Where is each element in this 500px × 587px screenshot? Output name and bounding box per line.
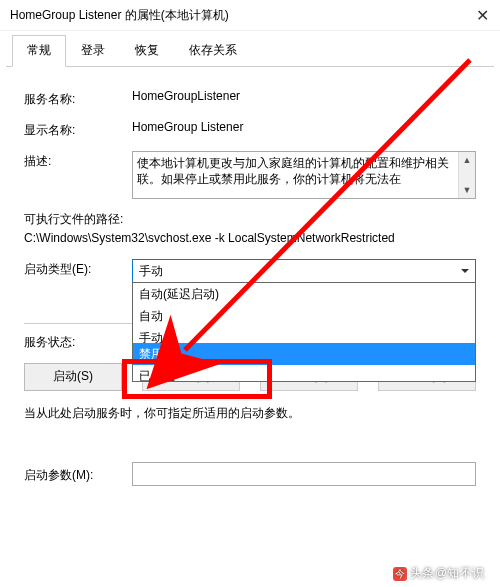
option-disabled[interactable]: 禁用 (133, 343, 475, 365)
tab-logon[interactable]: 登录 (66, 35, 120, 66)
description-text: 使本地计算机更改与加入家庭组的计算机的配置和维护相关联。如果停止或禁用此服务，你… (137, 156, 449, 186)
tab-content-general: 服务名称: HomeGroupListener 显示名称: HomeGroup … (0, 67, 500, 492)
option-manual[interactable]: 手动 (133, 327, 475, 343)
scrollbar[interactable]: ▲ ▼ (458, 152, 475, 198)
close-icon[interactable]: ✕ (472, 6, 492, 25)
description-textbox[interactable]: 使本地计算机更改与加入家庭组的计算机的配置和维护相关联。如果停止或禁用此服务，你… (132, 151, 476, 199)
label-exe-path: 可执行文件的路径: (24, 211, 476, 228)
tab-dependencies[interactable]: 依存关系 (174, 35, 252, 66)
watermark: 今头条@知不识 (390, 564, 488, 583)
value-exe-path: C:\Windows\System32\svchost.exe -k Local… (24, 231, 476, 245)
option-cutoff[interactable]: 已停止 (133, 365, 475, 381)
startup-type-dropdown[interactable]: 自动(延迟启动) 自动 手动 禁用 已停止 (132, 282, 476, 382)
hint-text: 当从此处启动服务时，你可指定所适用的启动参数。 (24, 405, 476, 422)
window-title: HomeGroup Listener 的属性(本地计算机) (10, 7, 229, 24)
label-description: 描述: (24, 151, 132, 170)
tab-strip: 常规 登录 恢复 依存关系 (6, 31, 494, 67)
combo-selected-value[interactable]: 手动 (132, 259, 476, 283)
tab-recovery[interactable]: 恢复 (120, 35, 174, 66)
label-start-params: 启动参数(M): (24, 465, 132, 484)
tab-general[interactable]: 常规 (12, 35, 66, 67)
scroll-up-icon[interactable]: ▲ (463, 152, 472, 168)
label-service-name: 服务名称: (24, 89, 132, 108)
value-service-name: HomeGroupListener (132, 89, 476, 103)
startup-type-combo[interactable]: 手动 自动(延迟启动) 自动 手动 禁用 已停止 (132, 259, 476, 283)
label-service-status: 服务状态: (24, 332, 132, 351)
label-startup-type: 启动类型(E): (24, 259, 132, 278)
value-display-name: HomeGroup Listener (132, 120, 476, 134)
start-params-input[interactable] (132, 462, 476, 486)
watermark-text: 头条@知不识 (410, 566, 485, 580)
start-button[interactable]: 启动(S) (24, 363, 122, 391)
option-auto[interactable]: 自动 (133, 305, 475, 327)
option-auto-delayed[interactable]: 自动(延迟启动) (133, 283, 475, 305)
watermark-logo-icon: 今 (393, 567, 407, 581)
titlebar: HomeGroup Listener 的属性(本地计算机) ✕ (0, 0, 500, 31)
scroll-down-icon[interactable]: ▼ (463, 182, 472, 198)
label-display-name: 显示名称: (24, 120, 132, 139)
